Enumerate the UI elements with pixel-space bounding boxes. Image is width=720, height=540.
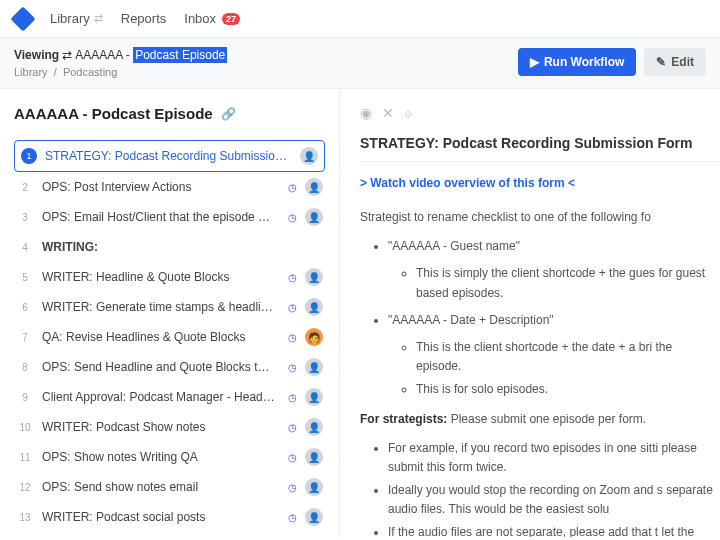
edit-button[interactable]: ✎Edit [644, 48, 706, 76]
clock-icon: ◷ [283, 508, 301, 526]
step-label: WRITER: Podcast social posts [42, 510, 275, 524]
step-item[interactable]: 11OPS: Show notes Writing QA◷👤 [14, 442, 325, 472]
chevron-icon: ⇄ [94, 12, 103, 25]
steps-panel: AAAAAA - Podcast Episode🔗 1STRATEGY: Pod… [0, 89, 340, 537]
nav-inbox[interactable]: Inbox27 [184, 11, 240, 26]
step-number: 6 [16, 302, 34, 313]
step-label: WRITER: Podcast Show notes [42, 420, 275, 434]
viewing-path: Viewing ⇄ AAAAAA - Podcast Episode [14, 48, 227, 62]
clock-icon: ◷ [283, 358, 301, 376]
step-label: OPS: Email Host/Client that the episode … [42, 210, 275, 224]
clock-icon: ◷ [283, 298, 301, 316]
top-nav: Library ⇄ Reports Inbox27 [0, 0, 720, 38]
assignee-avatar[interactable]: 👤 [305, 268, 323, 286]
inbox-badge: 27 [222, 13, 240, 25]
clock-icon: ◷ [283, 448, 301, 466]
step-item[interactable]: 1STRATEGY: Podcast Recording Submission … [14, 140, 325, 172]
assignee-avatar[interactable]: 👤 [305, 478, 323, 496]
assignee-avatar[interactable]: 👤 [305, 178, 323, 196]
step-item[interactable]: 7QA: Revise Headlines & Quote Blocks◷🧑 [14, 322, 325, 352]
step-item[interactable]: 5WRITER: Headline & Quote Blocks◷👤 [14, 262, 325, 292]
clock-icon: ◷ [283, 268, 301, 286]
clock-icon: ◷ [283, 388, 301, 406]
step-number: 10 [16, 422, 34, 433]
assignee-avatar[interactable]: 👤 [305, 208, 323, 226]
step-item[interactable]: 14OPS: Social Posts QA◷👤 [14, 532, 325, 537]
video-link[interactable]: > Watch video overview of this form < [360, 176, 720, 190]
step-label: OPS: Send Headline and Quote Blocks to C… [42, 360, 275, 374]
list-item: "AAAAAA - Date + Description" This is th… [388, 311, 720, 400]
step-number: 13 [16, 512, 34, 523]
nav-reports[interactable]: Reports [121, 11, 167, 26]
play-icon: ▶ [530, 55, 539, 69]
run-workflow-button[interactable]: ▶Run Workflow [518, 48, 636, 76]
step-number: 12 [16, 482, 34, 493]
breadcrumb[interactable]: Library / Podcasting [14, 66, 227, 78]
assignee-avatar[interactable]: 👤 [305, 358, 323, 376]
step-item[interactable]: 13WRITER: Podcast social posts◷👤 [14, 502, 325, 532]
step-label: STRATEGY: Podcast Recording Submission F… [45, 149, 292, 163]
list-item: Ideally you would stop the recording on … [388, 481, 720, 519]
step-number: 9 [16, 392, 34, 403]
logo-icon[interactable] [10, 6, 35, 31]
clock-icon: ◷ [283, 208, 301, 226]
step-item[interactable]: 3OPS: Email Host/Client that the episode… [14, 202, 325, 232]
step-number: 3 [16, 212, 34, 223]
step-number: 2 [16, 182, 34, 193]
user-icon[interactable]: ◉ [360, 105, 372, 121]
intro-text: Strategist to rename checklist to one of… [360, 208, 720, 227]
step-label: OPS: Send show notes email [42, 480, 275, 494]
step-number: 11 [16, 452, 34, 463]
shuffle-icon[interactable]: ✕ [382, 105, 394, 121]
assignee-avatar[interactable]: 👤 [305, 418, 323, 436]
step-item[interactable]: 10WRITER: Podcast Show notes◷👤 [14, 412, 325, 442]
step-number: 8 [16, 362, 34, 373]
step-label: QA: Revise Headlines & Quote Blocks [42, 330, 275, 344]
assignee-avatar[interactable]: 👤 [305, 508, 323, 526]
edit-icon: ✎ [656, 55, 666, 69]
detail-panel: ◉ ✕ ⟐ STRATEGY: Podcast Recording Submis… [340, 89, 720, 537]
step-number: 4 [16, 242, 34, 253]
clock-icon: ◷ [283, 178, 301, 196]
assignee-avatar[interactable]: 👤 [300, 147, 318, 165]
step-label: Client Approval: Podcast Manager - Headl… [42, 390, 275, 404]
page-title: AAAAAA - Podcast Episode🔗 [14, 105, 325, 122]
clock-icon: ◷ [283, 328, 301, 346]
step-item[interactable]: 2OPS: Post Interview Actions◷👤 [14, 172, 325, 202]
assignee-avatar[interactable]: 👤 [305, 388, 323, 406]
step-item[interactable]: 12OPS: Send show notes email◷👤 [14, 472, 325, 502]
clock-icon: ◷ [283, 478, 301, 496]
list-item: For example, if you record two episodes … [388, 439, 720, 477]
step-label: WRITER: Generate time stamps & headlines… [42, 300, 275, 314]
step-item[interactable]: 4WRITING: [14, 232, 325, 262]
step-item[interactable]: 9Client Approval: Podcast Manager - Head… [14, 382, 325, 412]
assignee-avatar[interactable]: 🧑 [305, 328, 323, 346]
step-label: WRITING: [42, 240, 315, 254]
context-bar: Viewing ⇄ AAAAAA - Podcast Episode Libra… [0, 38, 720, 89]
list-item: "AAAAAA - Guest name" This is simply the… [388, 237, 720, 303]
nav-library[interactable]: Library ⇄ [50, 11, 103, 26]
step-number: 1 [21, 148, 37, 164]
step-label: WRITER: Headline & Quote Blocks [42, 270, 275, 284]
step-item[interactable]: 6WRITER: Generate time stamps & headline… [14, 292, 325, 322]
step-number: 5 [16, 272, 34, 283]
eye-icon[interactable]: ⟐ [404, 105, 412, 121]
clock-icon: ◷ [283, 418, 301, 436]
link-icon[interactable]: 🔗 [221, 107, 236, 121]
step-label: OPS: Show notes Writing QA [42, 450, 275, 464]
step-number: 7 [16, 332, 34, 343]
assignee-avatar[interactable]: 👤 [305, 448, 323, 466]
assignee-avatar[interactable]: 👤 [305, 298, 323, 316]
step-item[interactable]: 8OPS: Send Headline and Quote Blocks to … [14, 352, 325, 382]
detail-title: STRATEGY: Podcast Recording Submission F… [360, 135, 720, 151]
list-item: If the audio files are not separate, ple… [388, 523, 720, 537]
step-label: OPS: Post Interview Actions [42, 180, 275, 194]
